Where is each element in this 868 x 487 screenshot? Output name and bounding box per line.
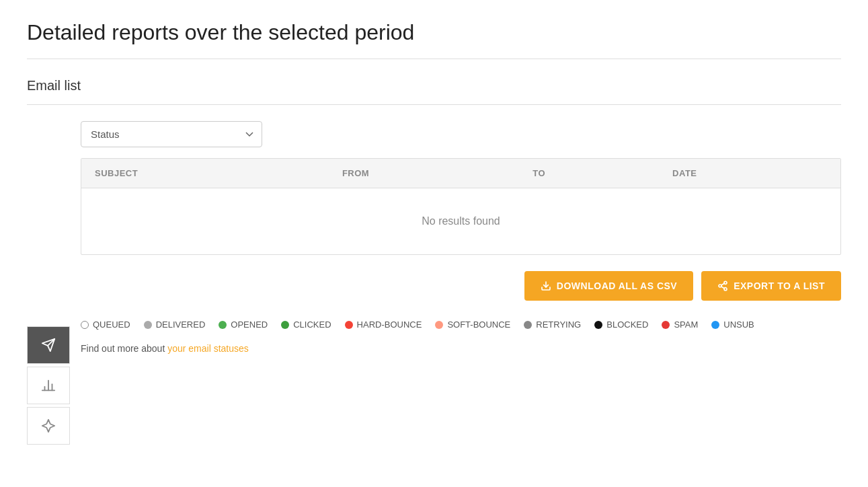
- filter-row: Status Queued Delivered Opened Clicked H…: [81, 121, 841, 147]
- legend-retrying: RETRYING: [524, 320, 581, 330]
- table-header: SUBJECT FROM TO DATE: [81, 159, 840, 188]
- legend-unsub: UNSUB: [711, 320, 754, 330]
- email-statuses-link[interactable]: your email statuses: [167, 343, 249, 354]
- svg-line-11: [721, 283, 725, 285]
- no-results-text: No results found: [81, 188, 840, 255]
- legend-opened: OPENED: [219, 320, 268, 330]
- section-divider: [27, 104, 841, 105]
- email-table-container: SUBJECT FROM TO DATE No results found: [81, 158, 841, 255]
- spam-dot: [662, 321, 670, 329]
- download-icon: [541, 280, 551, 291]
- title-divider: [27, 59, 841, 59]
- opened-dot: [219, 321, 227, 329]
- delivered-dot: [144, 321, 152, 329]
- page-title: Detailed reports over the selected perio…: [27, 20, 841, 45]
- legend-soft-bounce: SOFT-BOUNCE: [435, 320, 510, 330]
- soft-bounce-label: SOFT-BOUNCE: [447, 320, 510, 330]
- click-icon-button[interactable]: [27, 407, 70, 445]
- col-to: TO: [519, 159, 659, 188]
- table-body: No results found: [81, 188, 840, 255]
- download-label: DOWNLOAD ALL AS CSV: [557, 280, 677, 291]
- soft-bounce-dot: [435, 321, 443, 329]
- status-select[interactable]: Status Queued Delivered Opened Clicked H…: [81, 121, 262, 147]
- sidebar-icons: [27, 326, 70, 445]
- col-date: DATE: [659, 159, 840, 188]
- unsub-label: UNSUB: [723, 320, 754, 330]
- retrying-dot: [524, 321, 532, 329]
- download-csv-button[interactable]: DOWNLOAD ALL AS CSV: [524, 271, 693, 301]
- svg-line-10: [721, 287, 725, 289]
- unsub-dot: [711, 321, 719, 329]
- export-label: EXPORT TO A LIST: [734, 280, 825, 291]
- clicked-dot: [281, 321, 289, 329]
- chart-icon-button[interactable]: [27, 367, 70, 404]
- spam-label: SPAM: [674, 320, 698, 330]
- section-title: Email list: [27, 78, 841, 93]
- legend-delivered: DELIVERED: [144, 320, 206, 330]
- col-from: FROM: [329, 159, 519, 188]
- legend-queued: QUEUED: [81, 320, 130, 330]
- main-content: Detailed reports over the selected perio…: [0, 0, 868, 374]
- legend-blocked: BLOCKED: [594, 320, 648, 330]
- hard-bounce-label: HARD-BOUNCE: [357, 320, 422, 330]
- legend-clicked: CLICKED: [281, 320, 331, 330]
- delivered-label: DELIVERED: [156, 320, 206, 330]
- export-icon: [717, 280, 728, 291]
- legend-spam: SPAM: [662, 320, 698, 330]
- footer-text: Find out more about your email statuses: [81, 343, 841, 354]
- footer-static-text: Find out more about: [81, 343, 165, 354]
- clicked-label: CLICKED: [293, 320, 331, 330]
- queued-label: QUEUED: [93, 320, 130, 330]
- hard-bounce-dot: [345, 321, 353, 329]
- blocked-label: BLOCKED: [606, 320, 648, 330]
- legend-hard-bounce: HARD-BOUNCE: [345, 320, 422, 330]
- retrying-label: RETRYING: [536, 320, 581, 330]
- no-results-row: No results found: [81, 188, 840, 255]
- legend-row: QUEUED DELIVERED OPENED CLICKED HARD-BOU…: [81, 320, 841, 330]
- export-list-button[interactable]: EXPORT TO A LIST: [701, 271, 841, 301]
- queued-radio: [81, 321, 89, 329]
- email-table: SUBJECT FROM TO DATE No results found: [81, 159, 840, 254]
- actions-row: DOWNLOAD ALL AS CSV EXPORT TO A LIST: [81, 271, 841, 301]
- opened-label: OPENED: [231, 320, 268, 330]
- blocked-dot: [594, 321, 602, 329]
- send-icon-button[interactable]: [27, 326, 70, 364]
- col-subject: SUBJECT: [81, 159, 329, 188]
